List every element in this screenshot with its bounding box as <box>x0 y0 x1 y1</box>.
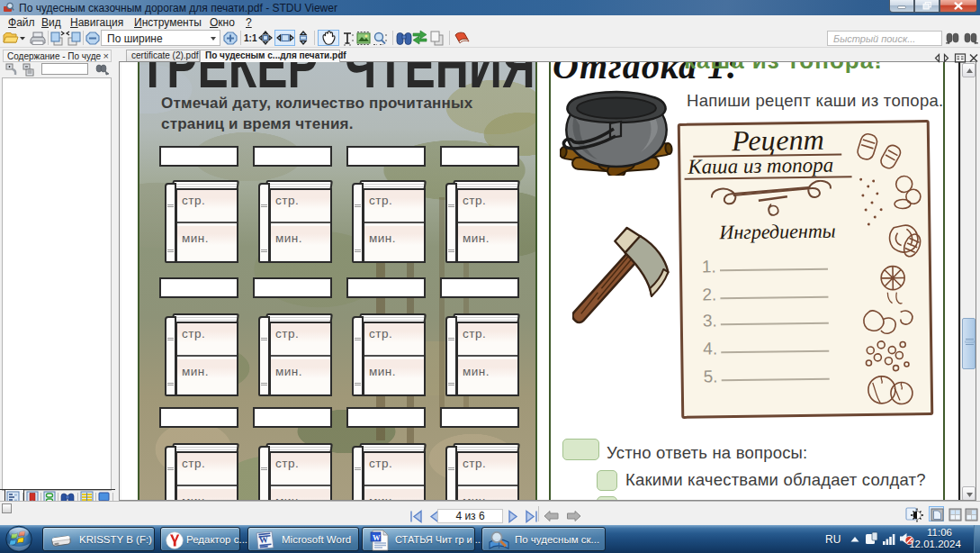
svg-text:1:1: 1:1 <box>244 33 257 43</box>
svg-text:W: W <box>373 533 381 542</box>
svg-text:W: W <box>258 534 268 545</box>
